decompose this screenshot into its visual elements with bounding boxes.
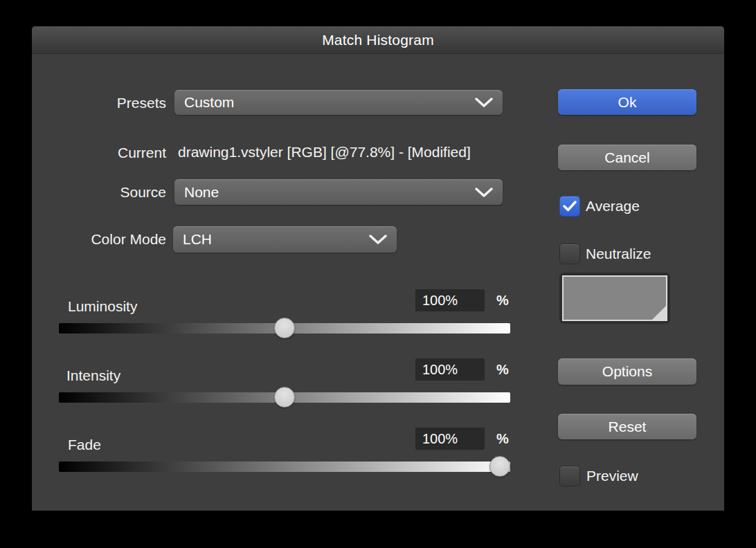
fade-label: Fade bbox=[68, 432, 101, 457]
color-mode-dropdown[interactable]: LCH bbox=[173, 226, 397, 253]
swatch-corner-icon bbox=[652, 306, 666, 320]
luminosity-slider-thumb[interactable] bbox=[274, 318, 295, 338]
chevron-down-icon bbox=[369, 234, 387, 245]
dialog-title: Match Histogram bbox=[322, 32, 434, 48]
dialog-titlebar[interactable]: Match Histogram bbox=[32, 26, 724, 54]
checkmark-icon bbox=[563, 201, 577, 212]
fade-value-input[interactable] bbox=[415, 428, 485, 450]
neutralize-color-swatch[interactable] bbox=[559, 273, 670, 324]
intensity-value-input[interactable] bbox=[415, 358, 485, 381]
presets-selected-value: Custom bbox=[184, 94, 475, 111]
ok-button[interactable]: Ok bbox=[558, 89, 696, 115]
color-swatch-fill bbox=[562, 275, 667, 321]
chevron-down-icon bbox=[475, 187, 493, 198]
luminosity-value-input[interactable] bbox=[415, 289, 485, 311]
source-dropdown[interactable]: None bbox=[174, 179, 503, 205]
preview-checkbox-label: Preview bbox=[586, 466, 638, 486]
average-checkbox[interactable] bbox=[559, 196, 580, 217]
intensity-slider-thumb[interactable] bbox=[274, 387, 295, 408]
presets-dropdown[interactable]: Custom bbox=[174, 90, 503, 115]
average-checkbox-label: Average bbox=[586, 196, 640, 217]
source-label: Source bbox=[32, 179, 166, 205]
preview-checkbox[interactable] bbox=[559, 466, 580, 486]
fade-unit-label: % bbox=[496, 428, 509, 450]
source-selected-value: None bbox=[184, 184, 475, 201]
current-label: Current bbox=[32, 140, 166, 165]
options-button[interactable]: Options bbox=[558, 358, 696, 385]
luminosity-unit-label: % bbox=[496, 289, 509, 311]
match-histogram-dialog: Match Histogram Presets Custom Current d… bbox=[32, 26, 724, 511]
intensity-unit-label: % bbox=[496, 358, 509, 381]
intensity-label: Intensity bbox=[66, 363, 120, 388]
presets-label: Presets bbox=[32, 90, 166, 116]
fade-slider-track[interactable] bbox=[59, 462, 510, 472]
reset-button[interactable]: Reset bbox=[558, 414, 696, 439]
luminosity-label: Luminosity bbox=[68, 294, 137, 319]
chevron-down-icon bbox=[475, 97, 493, 108]
current-document-text: drawing1.vstyler [RGB] [@77.8%] - [Modif… bbox=[178, 140, 471, 165]
fade-slider-thumb[interactable] bbox=[489, 456, 510, 477]
color-mode-selected-value: LCH bbox=[183, 231, 369, 248]
cancel-button[interactable]: Cancel bbox=[558, 145, 696, 170]
color-mode-label: Color Mode bbox=[32, 226, 166, 252]
neutralize-checkbox-label: Neutralize bbox=[586, 244, 651, 264]
neutralize-checkbox[interactable] bbox=[559, 244, 580, 264]
